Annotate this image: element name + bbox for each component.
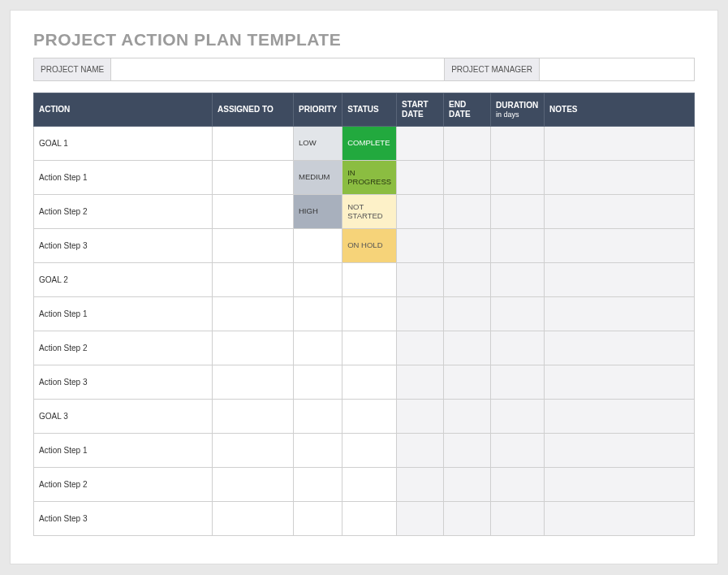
project-name-label: PROJECT NAME	[34, 58, 111, 80]
cell-assigned_to[interactable]	[213, 502, 294, 536]
cell-action[interactable]: GOAL 1	[34, 127, 213, 161]
cell-priority[interactable]	[294, 297, 342, 331]
cell-start_date[interactable]	[397, 400, 444, 434]
cell-duration[interactable]	[491, 434, 545, 468]
cell-status[interactable]	[342, 331, 397, 365]
cell-status[interactable]: IN PROGRESS	[342, 161, 397, 195]
cell-start_date[interactable]	[397, 127, 444, 161]
cell-priority[interactable]	[294, 400, 342, 434]
cell-assigned_to[interactable]	[213, 229, 294, 263]
cell-assigned_to[interactable]	[213, 263, 294, 297]
cell-priority[interactable]	[294, 434, 342, 468]
cell-duration[interactable]	[491, 195, 545, 229]
cell-duration[interactable]	[491, 468, 545, 502]
cell-duration[interactable]	[491, 263, 545, 297]
cell-status[interactable]	[342, 263, 397, 297]
cell-assigned_to[interactable]	[213, 161, 294, 195]
cell-action[interactable]: Action Step 3	[34, 229, 213, 263]
cell-duration[interactable]	[491, 229, 545, 263]
cell-notes[interactable]	[545, 127, 695, 161]
cell-notes[interactable]	[545, 229, 695, 263]
cell-priority[interactable]	[294, 468, 342, 502]
cell-assigned_to[interactable]	[213, 434, 294, 468]
cell-duration[interactable]	[491, 365, 545, 400]
cell-status[interactable]	[342, 468, 397, 502]
cell-priority[interactable]	[294, 502, 342, 536]
cell-end_date[interactable]	[444, 365, 491, 400]
cell-action[interactable]: Action Step 1	[34, 434, 213, 468]
cell-priority[interactable]	[294, 229, 342, 263]
cell-priority[interactable]	[294, 263, 342, 297]
cell-end_date[interactable]	[444, 502, 491, 536]
cell-status[interactable]	[342, 502, 397, 536]
cell-start_date[interactable]	[397, 195, 444, 229]
cell-end_date[interactable]	[444, 434, 491, 468]
cell-notes[interactable]	[545, 263, 695, 297]
cell-notes[interactable]	[545, 297, 695, 331]
cell-duration[interactable]	[491, 161, 545, 195]
cell-end_date[interactable]	[444, 263, 491, 297]
cell-notes[interactable]	[545, 434, 695, 468]
cell-end_date[interactable]	[444, 127, 491, 161]
cell-start_date[interactable]	[397, 434, 444, 468]
cell-start_date[interactable]	[397, 365, 444, 400]
cell-assigned_to[interactable]	[213, 400, 294, 434]
cell-assigned_to[interactable]	[213, 331, 294, 365]
cell-start_date[interactable]	[397, 229, 444, 263]
cell-start_date[interactable]	[397, 502, 444, 536]
cell-start_date[interactable]	[397, 468, 444, 502]
cell-priority[interactable]	[294, 331, 342, 365]
cell-notes[interactable]	[545, 400, 695, 434]
cell-status[interactable]	[342, 297, 397, 331]
cell-assigned_to[interactable]	[213, 297, 294, 331]
cell-end_date[interactable]	[444, 161, 491, 195]
cell-action[interactable]: Action Step 3	[34, 365, 213, 400]
cell-start_date[interactable]	[397, 297, 444, 331]
cell-status[interactable]	[342, 365, 397, 400]
cell-action[interactable]: Action Step 2	[34, 468, 213, 502]
cell-notes[interactable]	[545, 161, 695, 195]
project-name-value[interactable]	[111, 58, 444, 80]
cell-duration[interactable]	[491, 400, 545, 434]
cell-action[interactable]: Action Step 3	[34, 502, 213, 536]
cell-duration[interactable]	[491, 297, 545, 331]
cell-end_date[interactable]	[444, 195, 491, 229]
cell-assigned_to[interactable]	[213, 365, 294, 400]
cell-duration[interactable]	[491, 502, 545, 536]
cell-assigned_to[interactable]	[213, 468, 294, 502]
cell-priority[interactable]: MEDIUM	[294, 161, 342, 195]
cell-start_date[interactable]	[397, 263, 444, 297]
cell-assigned_to[interactable]	[213, 195, 294, 229]
cell-end_date[interactable]	[444, 468, 491, 502]
project-manager-value[interactable]	[540, 58, 694, 80]
cell-notes[interactable]	[545, 502, 695, 536]
cell-action[interactable]: Action Step 1	[34, 297, 213, 331]
cell-end_date[interactable]	[444, 331, 491, 365]
cell-end_date[interactable]	[444, 297, 491, 331]
cell-status[interactable]: COMPLETE	[342, 127, 397, 161]
cell-action[interactable]: GOAL 2	[34, 263, 213, 297]
cell-priority[interactable]: LOW	[294, 127, 342, 161]
cell-action[interactable]: Action Step 2	[34, 195, 213, 229]
cell-notes[interactable]	[545, 468, 695, 502]
cell-notes[interactable]	[545, 365, 695, 400]
cell-action[interactable]: GOAL 3	[34, 400, 213, 434]
cell-assigned_to[interactable]	[213, 127, 294, 161]
cell-end_date[interactable]	[444, 229, 491, 263]
cell-notes[interactable]	[545, 195, 695, 229]
cell-priority[interactable]: HIGH	[294, 195, 342, 229]
cell-status[interactable]: ON HOLD	[342, 229, 397, 263]
cell-start_date[interactable]	[397, 331, 444, 365]
cell-status[interactable]	[342, 434, 397, 468]
cell-end_date[interactable]	[444, 400, 491, 434]
cell-notes[interactable]	[545, 331, 695, 365]
cell-action[interactable]: Action Step 1	[34, 161, 213, 195]
table-row: GOAL 2	[34, 263, 695, 297]
cell-status[interactable]	[342, 400, 397, 434]
cell-duration[interactable]	[491, 127, 545, 161]
cell-status[interactable]: NOT STARTED	[342, 195, 397, 229]
cell-start_date[interactable]	[397, 161, 444, 195]
cell-action[interactable]: Action Step 2	[34, 331, 213, 365]
cell-priority[interactable]	[294, 365, 342, 400]
cell-duration[interactable]	[491, 331, 545, 365]
